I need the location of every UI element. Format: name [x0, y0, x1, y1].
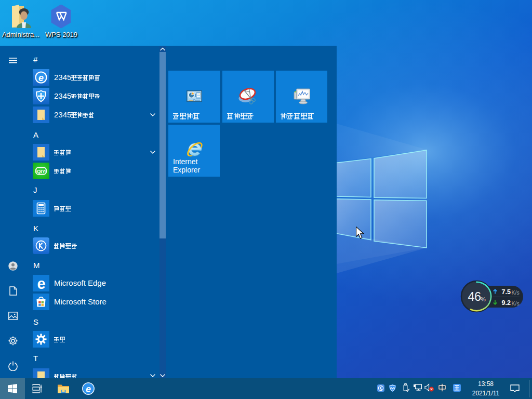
svg-text:e: e	[86, 384, 91, 394]
svg-text:46: 46	[468, 290, 481, 303]
svg-text:e: e	[37, 275, 45, 292]
svg-text:e: e	[38, 73, 44, 83]
svg-text:iQIYi: iQIYi	[35, 168, 46, 174]
svg-text:%: %	[481, 296, 486, 302]
